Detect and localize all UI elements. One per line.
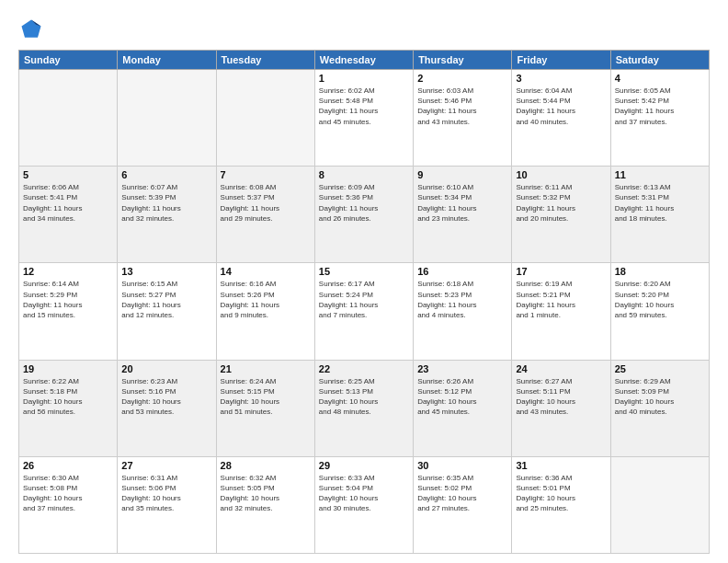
calendar-cell	[610, 456, 709, 553]
day-number: 3	[516, 73, 606, 84]
day-info: Sunrise: 6:31 AM Sunset: 5:06 PM Dayligh…	[121, 473, 211, 514]
day-info: Sunrise: 6:16 AM Sunset: 5:26 PM Dayligh…	[221, 279, 311, 320]
day-number: 23	[417, 363, 507, 374]
weekday-header-wednesday: Wednesday	[314, 51, 413, 70]
weekday-header-friday: Friday	[512, 51, 610, 70]
day-number: 17	[516, 266, 606, 277]
weekday-header-monday: Monday	[118, 51, 216, 70]
calendar-cell: 31Sunrise: 6:36 AM Sunset: 5:01 PM Dayli…	[512, 456, 610, 553]
day-number: 29	[319, 460, 409, 471]
day-info: Sunrise: 6:11 AM Sunset: 5:32 PM Dayligh…	[516, 182, 606, 224]
day-number: 28	[221, 460, 311, 471]
day-info: Sunrise: 6:24 AM Sunset: 5:15 PM Dayligh…	[221, 376, 311, 418]
day-info: Sunrise: 6:22 AM Sunset: 5:18 PM Dayligh…	[23, 376, 113, 418]
calendar-cell: 17Sunrise: 6:19 AM Sunset: 5:21 PM Dayli…	[512, 263, 610, 360]
day-number: 16	[417, 266, 507, 277]
calendar-cell: 10Sunrise: 6:11 AM Sunset: 5:32 PM Dayli…	[512, 167, 610, 263]
calendar-week-row: 26Sunrise: 6:30 AM Sunset: 5:08 PM Dayli…	[19, 456, 710, 553]
calendar-cell: 1Sunrise: 6:02 AM Sunset: 5:48 PM Daylig…	[314, 70, 413, 167]
calendar-cell: 3Sunrise: 6:04 AM Sunset: 5:44 PM Daylig…	[512, 70, 610, 167]
page: SundayMondayTuesdayWednesdayThursdayFrid…	[0, 0, 728, 563]
day-number: 15	[319, 266, 409, 277]
weekday-header-sunday: Sunday	[19, 51, 118, 70]
header	[18, 17, 710, 42]
logo-icon	[18, 17, 44, 42]
day-number: 31	[516, 460, 606, 471]
calendar-cell: 22Sunrise: 6:25 AM Sunset: 5:13 PM Dayli…	[314, 360, 413, 456]
logo	[18, 17, 48, 42]
calendar-cell: 7Sunrise: 6:08 AM Sunset: 5:37 PM Daylig…	[216, 167, 314, 263]
calendar-cell: 5Sunrise: 6:06 AM Sunset: 5:41 PM Daylig…	[19, 167, 118, 263]
weekday-header-saturday: Saturday	[610, 51, 709, 70]
day-number: 19	[23, 363, 113, 374]
calendar-week-row: 19Sunrise: 6:22 AM Sunset: 5:18 PM Dayli…	[19, 360, 710, 456]
day-number: 1	[319, 73, 409, 84]
calendar-cell: 6Sunrise: 6:07 AM Sunset: 5:39 PM Daylig…	[118, 167, 216, 263]
calendar-cell: 29Sunrise: 6:33 AM Sunset: 5:04 PM Dayli…	[314, 456, 413, 553]
weekday-header-tuesday: Tuesday	[216, 51, 314, 70]
calendar-cell: 14Sunrise: 6:16 AM Sunset: 5:26 PM Dayli…	[216, 263, 314, 360]
day-info: Sunrise: 6:15 AM Sunset: 5:27 PM Dayligh…	[121, 279, 211, 320]
calendar-cell: 8Sunrise: 6:09 AM Sunset: 5:36 PM Daylig…	[314, 167, 413, 263]
day-number: 22	[319, 363, 409, 374]
day-info: Sunrise: 6:05 AM Sunset: 5:42 PM Dayligh…	[615, 86, 705, 127]
calendar-week-row: 1Sunrise: 6:02 AM Sunset: 5:48 PM Daylig…	[19, 70, 710, 167]
calendar-cell: 12Sunrise: 6:14 AM Sunset: 5:29 PM Dayli…	[19, 263, 118, 360]
day-number: 11	[615, 169, 705, 180]
day-number: 7	[221, 169, 311, 180]
calendar-cell: 25Sunrise: 6:29 AM Sunset: 5:09 PM Dayli…	[610, 360, 709, 456]
calendar-week-row: 5Sunrise: 6:06 AM Sunset: 5:41 PM Daylig…	[19, 167, 710, 263]
day-info: Sunrise: 6:13 AM Sunset: 5:31 PM Dayligh…	[615, 182, 705, 224]
calendar-cell: 2Sunrise: 6:03 AM Sunset: 5:46 PM Daylig…	[414, 70, 512, 167]
calendar-cell: 24Sunrise: 6:27 AM Sunset: 5:11 PM Dayli…	[512, 360, 610, 456]
day-number: 27	[121, 460, 211, 471]
day-info: Sunrise: 6:27 AM Sunset: 5:11 PM Dayligh…	[516, 376, 606, 418]
day-number: 21	[221, 363, 311, 374]
calendar-cell: 27Sunrise: 6:31 AM Sunset: 5:06 PM Dayli…	[118, 456, 216, 553]
calendar-cell: 28Sunrise: 6:32 AM Sunset: 5:05 PM Dayli…	[216, 456, 314, 553]
day-number: 6	[121, 169, 211, 180]
day-info: Sunrise: 6:14 AM Sunset: 5:29 PM Dayligh…	[23, 279, 113, 320]
day-number: 18	[615, 266, 705, 277]
day-info: Sunrise: 6:33 AM Sunset: 5:04 PM Dayligh…	[319, 473, 409, 514]
calendar-cell: 23Sunrise: 6:26 AM Sunset: 5:12 PM Dayli…	[414, 360, 512, 456]
day-info: Sunrise: 6:29 AM Sunset: 5:09 PM Dayligh…	[615, 376, 705, 418]
day-number: 26	[23, 460, 113, 471]
day-number: 25	[615, 363, 705, 374]
calendar-week-row: 12Sunrise: 6:14 AM Sunset: 5:29 PM Dayli…	[19, 263, 710, 360]
day-info: Sunrise: 6:06 AM Sunset: 5:41 PM Dayligh…	[23, 182, 113, 224]
day-number: 8	[319, 169, 409, 180]
calendar-cell	[216, 70, 314, 167]
calendar-cell: 18Sunrise: 6:20 AM Sunset: 5:20 PM Dayli…	[610, 263, 709, 360]
calendar-cell: 13Sunrise: 6:15 AM Sunset: 5:27 PM Dayli…	[118, 263, 216, 360]
day-info: Sunrise: 6:20 AM Sunset: 5:20 PM Dayligh…	[615, 279, 705, 320]
calendar-cell: 9Sunrise: 6:10 AM Sunset: 5:34 PM Daylig…	[414, 167, 512, 263]
calendar-cell: 20Sunrise: 6:23 AM Sunset: 5:16 PM Dayli…	[118, 360, 216, 456]
day-info: Sunrise: 6:18 AM Sunset: 5:23 PM Dayligh…	[417, 279, 507, 320]
day-info: Sunrise: 6:25 AM Sunset: 5:13 PM Dayligh…	[319, 376, 409, 418]
day-info: Sunrise: 6:35 AM Sunset: 5:02 PM Dayligh…	[417, 473, 507, 514]
day-number: 2	[417, 73, 507, 84]
day-info: Sunrise: 6:26 AM Sunset: 5:12 PM Dayligh…	[417, 376, 507, 418]
day-info: Sunrise: 6:07 AM Sunset: 5:39 PM Dayligh…	[121, 182, 211, 224]
calendar-table: SundayMondayTuesdayWednesdayThursdayFrid…	[18, 50, 710, 554]
day-number: 4	[615, 73, 705, 84]
day-info: Sunrise: 6:17 AM Sunset: 5:24 PM Dayligh…	[319, 279, 409, 320]
calendar-cell: 11Sunrise: 6:13 AM Sunset: 5:31 PM Dayli…	[610, 167, 709, 263]
calendar-cell: 15Sunrise: 6:17 AM Sunset: 5:24 PM Dayli…	[314, 263, 413, 360]
day-info: Sunrise: 6:30 AM Sunset: 5:08 PM Dayligh…	[23, 473, 113, 514]
day-info: Sunrise: 6:09 AM Sunset: 5:36 PM Dayligh…	[319, 182, 409, 224]
day-info: Sunrise: 6:19 AM Sunset: 5:21 PM Dayligh…	[516, 279, 606, 320]
calendar-cell: 26Sunrise: 6:30 AM Sunset: 5:08 PM Dayli…	[19, 456, 118, 553]
calendar-cell: 21Sunrise: 6:24 AM Sunset: 5:15 PM Dayli…	[216, 360, 314, 456]
day-info: Sunrise: 6:02 AM Sunset: 5:48 PM Dayligh…	[319, 86, 409, 127]
day-number: 10	[516, 169, 606, 180]
day-number: 13	[121, 266, 211, 277]
weekday-header-thursday: Thursday	[414, 51, 512, 70]
weekday-header-row: SundayMondayTuesdayWednesdayThursdayFrid…	[19, 51, 710, 70]
day-number: 14	[221, 266, 311, 277]
day-number: 30	[417, 460, 507, 471]
day-info: Sunrise: 6:36 AM Sunset: 5:01 PM Dayligh…	[516, 473, 606, 514]
day-number: 20	[121, 363, 211, 374]
day-info: Sunrise: 6:03 AM Sunset: 5:46 PM Dayligh…	[417, 86, 507, 127]
